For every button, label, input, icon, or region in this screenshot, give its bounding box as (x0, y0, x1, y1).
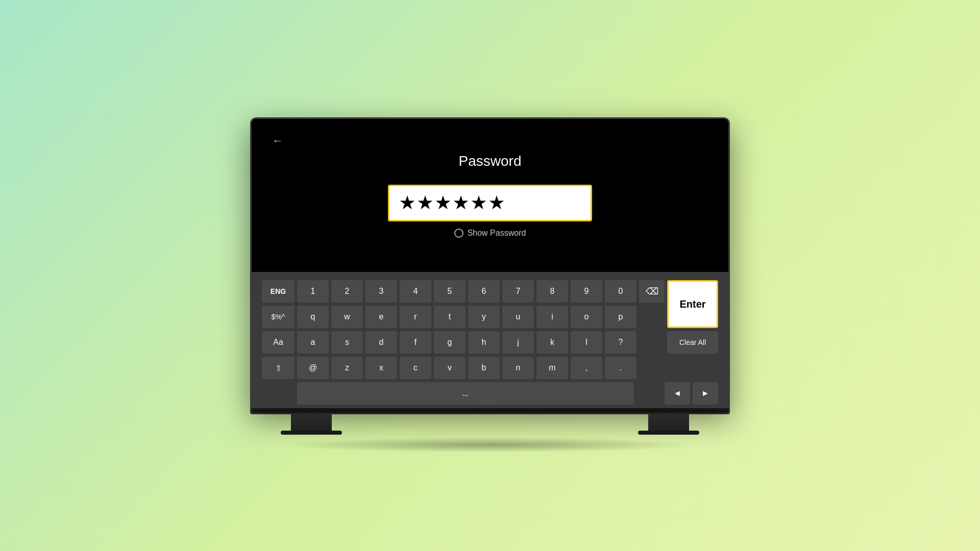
key-3[interactable]: 3 (365, 280, 397, 303)
tv-screen: ← Password ★★★★★★ Show Password ENG 1 2 … (252, 119, 728, 386)
backspace-key[interactable]: ⌫ (639, 280, 665, 303)
case-key[interactable]: Aa (262, 331, 295, 354)
key-i[interactable]: i (536, 306, 568, 328)
nav-prev-key[interactable]: ◄ (665, 382, 690, 405)
key-o[interactable]: o (571, 306, 602, 328)
show-password-row: Show Password (454, 229, 526, 238)
key-h[interactable]: h (468, 331, 500, 354)
key-e[interactable]: e (365, 306, 397, 328)
key-x[interactable]: x (365, 357, 397, 379)
key-comma[interactable]: , (571, 357, 602, 379)
shift-key[interactable]: ⇧ (262, 357, 295, 379)
tv-shadow (286, 437, 694, 453)
key-question[interactable]: ? (605, 331, 636, 354)
key-g[interactable]: g (434, 331, 465, 354)
key-2[interactable]: 2 (331, 280, 363, 303)
tv-logo: LG (485, 396, 495, 403)
key-period[interactable]: . (605, 357, 636, 379)
key-9[interactable]: 9 (571, 280, 602, 303)
screen-title: Password (459, 153, 522, 169)
keyboard-row-3: Aa a s d f g h j k l ? Clear All (262, 331, 718, 354)
back-button[interactable]: ← (272, 134, 283, 147)
space-key[interactable]: ⎵ (297, 382, 634, 405)
key-k[interactable]: k (536, 331, 568, 354)
enter-key[interactable]: Enter (667, 280, 718, 328)
key-8[interactable]: 8 (536, 280, 568, 303)
key-w[interactable]: w (331, 306, 363, 328)
nav-next-key[interactable]: ► (693, 382, 718, 405)
key-p[interactable]: p (605, 306, 636, 328)
key-v[interactable]: v (434, 357, 465, 379)
tv-feet (250, 414, 730, 435)
key-1[interactable]: 1 (297, 280, 329, 303)
key-t[interactable]: t (434, 306, 465, 328)
tv-container: ← Password ★★★★★★ Show Password ENG 1 2 … (250, 117, 730, 434)
key-r[interactable]: r (400, 306, 431, 328)
key-z[interactable]: z (331, 357, 363, 379)
key-m[interactable]: m (536, 357, 568, 379)
lang-key[interactable]: ENG (262, 280, 295, 303)
show-password-checkbox[interactable] (454, 229, 463, 238)
special-key[interactable]: $%^ (262, 306, 295, 328)
key-f[interactable]: f (400, 331, 431, 354)
tv-foot-right (648, 414, 689, 435)
key-a[interactable]: a (297, 331, 329, 354)
screen-top: ← Password ★★★★★★ Show Password (252, 119, 728, 272)
key-u[interactable]: u (502, 306, 534, 328)
key-s[interactable]: s (331, 331, 363, 354)
key-b[interactable]: b (468, 357, 500, 379)
key-l[interactable]: l (571, 331, 602, 354)
tv-foot-left (291, 414, 332, 435)
key-y[interactable]: y (468, 306, 500, 328)
key-0[interactable]: 0 (605, 280, 636, 303)
key-4[interactable]: 4 (400, 280, 431, 303)
keyboard-row-2: $%^ q w e r t y u i o p (262, 306, 718, 328)
show-password-label: Show Password (468, 229, 526, 238)
tv-body: ← Password ★★★★★★ Show Password ENG 1 2 … (250, 117, 730, 408)
keyboard-row-1: ENG 1 2 3 4 5 6 7 8 9 0 ⌫ Enter (262, 280, 718, 303)
clear-all-key[interactable]: Clear All (667, 331, 718, 354)
key-j[interactable]: j (502, 331, 534, 354)
keyboard-row-4: ⇧ @ z x c v b n m , . (262, 357, 718, 379)
key-6[interactable]: 6 (468, 280, 500, 303)
password-input[interactable]: ★★★★★★ (388, 185, 592, 221)
keyboard-section: ENG 1 2 3 4 5 6 7 8 9 0 ⌫ Enter (252, 272, 728, 408)
key-at[interactable]: @ (297, 357, 329, 379)
key-7[interactable]: 7 (502, 280, 534, 303)
key-5[interactable]: 5 (434, 280, 465, 303)
tv-stand (250, 408, 730, 414)
key-q[interactable]: q (297, 306, 329, 328)
key-c[interactable]: c (400, 357, 431, 379)
key-d[interactable]: d (365, 331, 397, 354)
key-n[interactable]: n (502, 357, 534, 379)
